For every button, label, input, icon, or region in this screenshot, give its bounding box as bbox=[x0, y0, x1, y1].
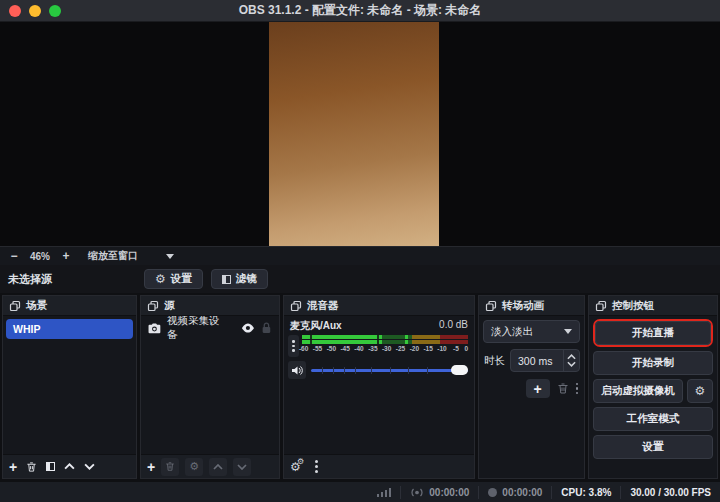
zoom-out-button[interactable]: − bbox=[8, 249, 20, 263]
duration-value: 300 ms bbox=[511, 355, 563, 367]
move-scene-down-button[interactable] bbox=[84, 463, 95, 470]
no-source-label: 未选择源 bbox=[8, 272, 52, 287]
window-title: OBS 31.1.2 - 配置文件: 未命名 - 场景: 未命名 bbox=[0, 2, 720, 19]
scene-item-whip[interactable]: WHIP bbox=[6, 319, 133, 339]
advanced-audio-icon[interactable]: ⚙⚙ bbox=[290, 461, 301, 473]
source-item-label: 视频采集设备 bbox=[167, 316, 229, 342]
record-timecode: 00:00:00 bbox=[502, 487, 542, 498]
mixer-channel-level: 0.0 dB bbox=[439, 319, 468, 333]
preview-zoom-bar: − 46% + 缩放至窗口 bbox=[0, 246, 720, 265]
traffic-lights bbox=[9, 0, 61, 22]
source-filters-label: 滤镜 bbox=[236, 272, 257, 286]
transition-selected-label: 淡入淡出 bbox=[491, 325, 533, 339]
preview-canvas[interactable] bbox=[0, 22, 720, 246]
dock-icon bbox=[290, 300, 302, 312]
transitions-panel: 转场动画 淡入淡出 时长 300 ms + bbox=[478, 295, 585, 479]
mixer-toolbar: ⚙⚙ bbox=[284, 454, 474, 478]
add-transition-button[interactable]: + bbox=[526, 379, 550, 398]
dock-icon bbox=[147, 300, 159, 312]
status-bar: 00:00:00 00:00:00 CPU: 3.8% 30.00 / 30.0… bbox=[0, 481, 720, 502]
start-virtual-camera-button[interactable]: 启动虚拟摄像机 bbox=[593, 379, 683, 403]
transition-select[interactable]: 淡入淡出 bbox=[483, 320, 580, 343]
start-streaming-highlight: 开始直播 bbox=[593, 319, 713, 347]
scenes-list: WHIP bbox=[3, 316, 136, 454]
volume-meter: -60 -55 -50 -45 -40 -35 -30 -25 -20 -15 … bbox=[302, 335, 468, 354]
move-source-up-button[interactable] bbox=[209, 458, 227, 476]
source-filters-button[interactable]: 滤镜 bbox=[211, 269, 268, 289]
mixer-channel-menu-button[interactable] bbox=[288, 335, 299, 357]
mute-speaker-button[interactable] bbox=[288, 361, 306, 379]
dock-icon bbox=[485, 300, 497, 312]
mixer-menu-button[interactable] bbox=[315, 460, 318, 473]
duration-label: 时长 bbox=[484, 354, 505, 368]
zoom-in-button[interactable]: + bbox=[60, 249, 72, 263]
meter-scale: -60 -55 -50 -45 -40 -35 -30 -25 -20 -15 … bbox=[302, 345, 468, 354]
visibility-eye-icon[interactable] bbox=[241, 323, 255, 333]
scenes-panel-title: 场景 bbox=[26, 299, 47, 313]
sources-list: 视频采集设备 bbox=[141, 316, 279, 454]
add-source-button[interactable]: + bbox=[147, 460, 155, 474]
zoom-level-value: 46% bbox=[30, 251, 50, 262]
scenes-panel: 场景 WHIP + bbox=[2, 295, 137, 479]
fps-indicator: 30.00 / 30.00 FPS bbox=[630, 487, 711, 498]
remove-source-button[interactable] bbox=[161, 458, 179, 476]
scenes-toolbar: + bbox=[3, 454, 136, 478]
scenes-panel-header[interactable]: 场景 bbox=[3, 296, 136, 316]
chevron-down-icon[interactable] bbox=[166, 254, 174, 259]
transitions-panel-header[interactable]: 转场动画 bbox=[479, 296, 584, 316]
dock-area: 场景 WHIP + 源 bbox=[0, 293, 720, 481]
transitions-body: 淡入淡出 时长 300 ms + bbox=[479, 316, 584, 478]
mixer-body: 麦克风/Aux 0.0 dB bbox=[284, 316, 474, 454]
source-properties-gear-button[interactable]: ⚙ bbox=[185, 458, 203, 476]
virtual-camera-settings-button[interactable]: ⚙ bbox=[687, 379, 713, 403]
remove-scene-button[interactable] bbox=[26, 461, 37, 473]
settings-button[interactable]: 设置 bbox=[593, 435, 713, 459]
start-recording-button[interactable]: 开始录制 bbox=[593, 351, 713, 375]
source-toolbar: 未选择源 ⚙ 设置 滤镜 bbox=[0, 265, 720, 293]
fullscreen-window-button[interactable] bbox=[49, 5, 61, 17]
studio-mode-button[interactable]: 工作室模式 bbox=[593, 407, 713, 431]
move-scene-up-button[interactable] bbox=[64, 463, 75, 470]
sources-panel: 源 视频采集设备 + bbox=[140, 295, 280, 479]
volume-slider[interactable] bbox=[311, 363, 468, 377]
start-streaming-button[interactable]: 开始直播 bbox=[595, 321, 711, 345]
filter-icon bbox=[222, 275, 231, 284]
source-item-video-capture[interactable]: 视频采集设备 bbox=[141, 316, 279, 340]
network-signal-icon bbox=[377, 487, 392, 497]
source-properties-button[interactable]: ⚙ 设置 bbox=[144, 269, 203, 289]
move-source-down-button[interactable] bbox=[233, 458, 251, 476]
spin-down-icon[interactable] bbox=[567, 361, 576, 367]
duration-spinbox[interactable]: 300 ms bbox=[510, 349, 580, 372]
controls-body: 开始直播 开始录制 启动虚拟摄像机 ⚙ 工作室模式 设置 bbox=[589, 316, 717, 478]
camera-icon bbox=[148, 323, 161, 334]
source-properties-label: 设置 bbox=[171, 272, 192, 286]
lock-icon[interactable] bbox=[261, 322, 272, 334]
remove-transition-button[interactable] bbox=[557, 382, 569, 395]
stream-timecode: 00:00:00 bbox=[429, 487, 469, 498]
preview-video-source[interactable] bbox=[269, 22, 439, 246]
add-scene-button[interactable]: + bbox=[9, 460, 17, 474]
controls-panel: 控制按钮 开始直播 开始录制 启动虚拟摄像机 ⚙ 工作室模式 设置 bbox=[588, 295, 718, 479]
close-window-button[interactable] bbox=[9, 5, 21, 17]
cpu-usage: CPU: 3.8% bbox=[561, 487, 611, 498]
scene-filters-button[interactable] bbox=[46, 462, 55, 471]
gear-icon: ⚙ bbox=[155, 273, 166, 285]
sources-panel-header[interactable]: 源 bbox=[141, 296, 279, 316]
controls-panel-title: 控制按钮 bbox=[612, 299, 654, 313]
spin-up-icon[interactable] bbox=[567, 354, 576, 360]
sources-toolbar: + ⚙ bbox=[141, 454, 279, 478]
controls-panel-header[interactable]: 控制按钮 bbox=[589, 296, 717, 316]
audio-mixer-panel: 混音器 麦克风/Aux 0.0 dB bbox=[283, 295, 475, 479]
sources-panel-title: 源 bbox=[164, 299, 175, 313]
volume-slider-handle[interactable] bbox=[451, 365, 468, 375]
transition-menu-button[interactable] bbox=[576, 383, 579, 395]
mixer-panel-header[interactable]: 混音器 bbox=[284, 296, 474, 316]
mixer-channel-name: 麦克风/Aux bbox=[290, 319, 342, 333]
dock-icon bbox=[595, 300, 607, 312]
dock-icon bbox=[9, 300, 21, 312]
transitions-panel-title: 转场动画 bbox=[502, 299, 544, 313]
zoom-mode-dropdown[interactable]: 缩放至窗口 bbox=[88, 249, 138, 263]
title-bar: OBS 31.1.2 - 配置文件: 未命名 - 场景: 未命名 bbox=[0, 0, 720, 22]
stream-status-icon bbox=[410, 487, 424, 498]
minimize-window-button[interactable] bbox=[29, 5, 41, 17]
